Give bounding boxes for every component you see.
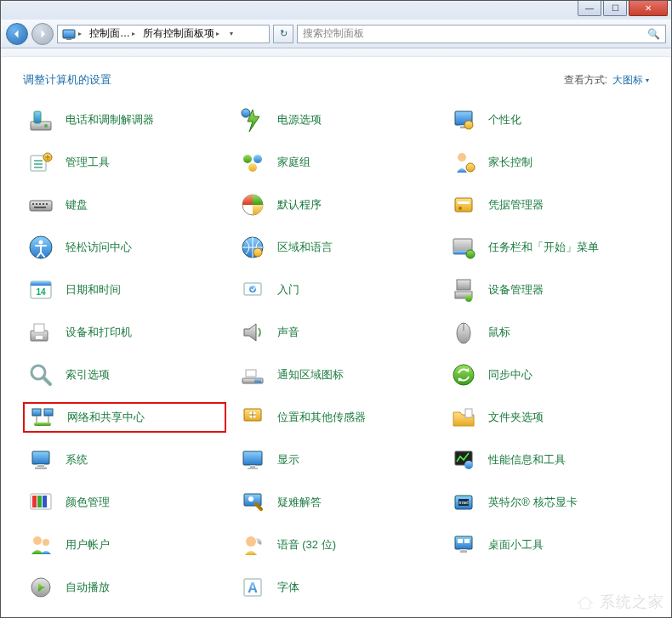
- sync-icon: [449, 360, 478, 389]
- devices-printers-icon: [26, 318, 55, 347]
- notification-icon: [238, 360, 267, 389]
- minimize-button[interactable]: —: [578, 1, 601, 16]
- cpl-item-devices-printers[interactable]: 设备和打印机: [23, 317, 226, 348]
- items-grid: 电话和调制解调器电源选项个性化管理工具家庭组家长控制键盘默认程序凭据管理器轻松访…: [23, 105, 649, 603]
- keyboard-icon: [26, 190, 55, 219]
- phone-modem-icon: [26, 105, 55, 134]
- cpl-item-label: 凭据管理器: [488, 197, 544, 213]
- parental-icon: [449, 148, 478, 177]
- back-button[interactable]: [6, 23, 28, 45]
- network-icon: [28, 403, 57, 432]
- performance-icon: [449, 445, 478, 474]
- cpl-item-datetime[interactable]: 日期和时间: [23, 275, 226, 305]
- cpl-item-sync[interactable]: 同步中心: [446, 360, 649, 390]
- cpl-item-troubleshoot[interactable]: 疑难解答: [235, 487, 438, 518]
- cpl-item-gadgets[interactable]: 桌面小工具: [446, 530, 649, 560]
- cpl-item-label: 入门: [277, 282, 299, 298]
- cpl-item-label: 用户帐户: [65, 537, 110, 553]
- view-by-control: 查看方式: 大图标▾: [564, 73, 649, 88]
- personalize-icon: [449, 105, 478, 134]
- default-programs-icon: [238, 190, 267, 219]
- breadcrumb-2[interactable]: 所有控制面板项: [143, 26, 214, 41]
- cpl-item-label: 日期和时间: [65, 282, 121, 298]
- cpl-item-location[interactable]: 位置和其他传感器: [235, 402, 438, 433]
- cpl-item-keyboard[interactable]: 键盘: [23, 190, 226, 220]
- cpl-item-users[interactable]: 用户帐户: [23, 530, 226, 560]
- folder-options-icon: [449, 403, 478, 432]
- cpl-item-parental[interactable]: 家长控制: [446, 147, 649, 178]
- cpl-item-label: 轻松访问中心: [65, 240, 132, 255]
- admin-tools-icon: [26, 148, 55, 177]
- indexing-icon: [26, 360, 55, 389]
- intel-icon: [449, 488, 478, 517]
- cpl-item-label: 个性化: [488, 112, 521, 128]
- cpl-item-label: 通知区域图标: [277, 367, 344, 383]
- breadcrumb-1[interactable]: 控制面…: [89, 26, 130, 41]
- view-by-dropdown[interactable]: 大图标▾: [612, 73, 649, 88]
- cpl-item-color[interactable]: 颜色管理: [23, 487, 226, 518]
- credentials-icon: [449, 190, 478, 219]
- cpl-item-label: 疑难解答: [277, 495, 322, 510]
- search-icon: 🔍: [647, 28, 660, 40]
- users-icon: [26, 530, 55, 559]
- cpl-item-label: 鼠标: [488, 325, 510, 340]
- device-manager-icon: [449, 275, 478, 304]
- cpl-item-label: 设备管理器: [488, 282, 544, 298]
- fonts-icon: [238, 573, 267, 602]
- taskbar-icon: [449, 233, 478, 262]
- mouse-icon: [449, 318, 478, 347]
- cpl-item-phone-modem[interactable]: 电话和调制解调器: [23, 105, 226, 135]
- address-dropdown[interactable]: ▾: [224, 30, 239, 37]
- cpl-item-homegroup[interactable]: 家庭组: [235, 147, 438, 178]
- cpl-item-label: 电话和调制解调器: [65, 112, 154, 128]
- ease-access-icon: [26, 233, 55, 262]
- cpl-item-label: 声音: [277, 325, 299, 340]
- cpl-item-system[interactable]: 系统: [23, 445, 226, 475]
- cpl-item-region[interactable]: 区域和语言: [235, 232, 438, 263]
- getting-started-icon: [238, 275, 267, 304]
- cpl-item-label: 电源选项: [277, 112, 322, 128]
- cpl-item-indexing[interactable]: 索引选项: [23, 360, 226, 390]
- cpl-item-autoplay[interactable]: 自动播放: [23, 572, 226, 603]
- view-by-label: 查看方式:: [564, 73, 607, 88]
- window-titlebar: — ☐ ✕: [1, 1, 671, 20]
- cpl-item-intel[interactable]: 英特尔® 核芯显卡: [446, 487, 649, 518]
- cpl-item-network[interactable]: 网络和共享中心: [23, 402, 226, 433]
- cpl-item-label: 位置和其他传感器: [277, 410, 366, 425]
- refresh-button[interactable]: ↻: [273, 25, 293, 43]
- maximize-button[interactable]: ☐: [603, 1, 627, 16]
- cpl-item-taskbar[interactable]: 任务栏和「开始」菜单: [446, 232, 649, 263]
- cpl-item-label: 默认程序: [277, 197, 322, 213]
- cpl-item-display[interactable]: 显示: [235, 445, 438, 475]
- cpl-item-notification[interactable]: 通知区域图标: [235, 360, 438, 390]
- system-icon: [26, 445, 55, 474]
- cpl-item-label: 语音 (32 位): [277, 537, 336, 553]
- cpl-item-device-manager[interactable]: 设备管理器: [446, 275, 649, 305]
- cpl-item-folder-options[interactable]: 文件夹选项: [446, 402, 649, 433]
- datetime-icon: [26, 275, 55, 304]
- toolbar-strip: [1, 48, 671, 57]
- cpl-item-speech[interactable]: 语音 (32 位): [235, 530, 438, 560]
- cpl-item-fonts[interactable]: 字体: [235, 572, 438, 603]
- cpl-item-performance[interactable]: 性能信息和工具: [446, 445, 649, 475]
- navigation-bar: ▸ 控制面…▸ 所有控制面板项▸ ▾ ↻ 搜索控制面板 🔍: [1, 20, 671, 48]
- cpl-item-sound[interactable]: 声音: [235, 317, 438, 348]
- cpl-item-power[interactable]: 电源选项: [235, 105, 438, 135]
- troubleshoot-icon: [238, 488, 267, 517]
- forward-button[interactable]: [31, 23, 54, 45]
- cpl-item-admin-tools[interactable]: 管理工具: [23, 147, 226, 178]
- cpl-item-label: 文件夹选项: [488, 410, 544, 425]
- cpl-item-getting-started[interactable]: 入门: [235, 275, 438, 305]
- cpl-item-ease-access[interactable]: 轻松访问中心: [23, 232, 226, 263]
- cpl-item-label: 自动播放: [65, 580, 110, 595]
- cpl-item-personalize[interactable]: 个性化: [446, 105, 649, 135]
- cpl-item-default-programs[interactable]: 默认程序: [235, 190, 438, 220]
- cpl-item-label: 家庭组: [277, 155, 310, 170]
- address-bar[interactable]: ▸ 控制面…▸ 所有控制面板项▸ ▾: [57, 25, 270, 43]
- search-input[interactable]: 搜索控制面板 🔍: [297, 25, 666, 43]
- region-icon: [238, 233, 267, 262]
- cpl-item-mouse[interactable]: 鼠标: [446, 317, 649, 348]
- cpl-item-credentials[interactable]: 凭据管理器: [446, 190, 649, 220]
- cpl-item-label: 管理工具: [65, 155, 110, 170]
- close-button[interactable]: ✕: [629, 1, 668, 16]
